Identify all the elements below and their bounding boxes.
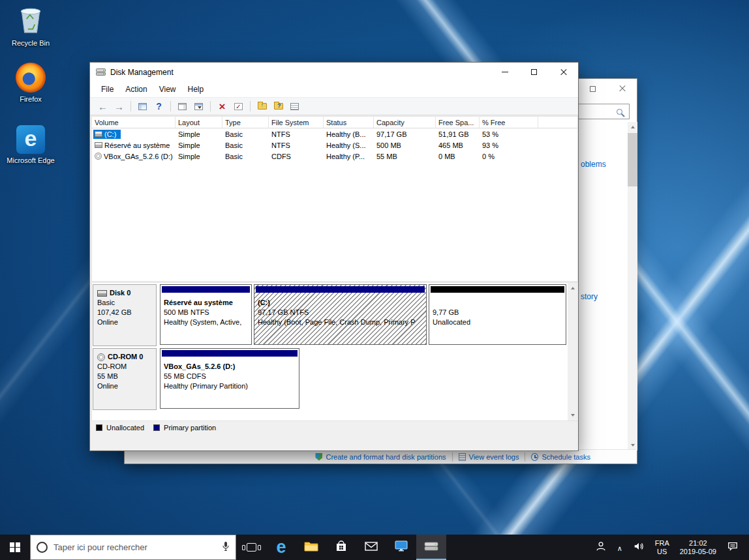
toolbar-separator <box>130 101 131 111</box>
column-header-free-space[interactable]: Free Spa... <box>436 117 480 128</box>
taskbar-computer-window-button[interactable] <box>386 535 416 560</box>
type-cell[interactable]: Basic <box>222 151 269 162</box>
menu-help[interactable]: Help <box>182 83 210 96</box>
toolbar-folder-up-button[interactable] <box>254 99 269 113</box>
partition-c-drive-selected[interactable]: (C:) 97,17 GB NTFS Healthy (Boot, Page F… <box>254 284 427 345</box>
desktop-icon-microsoft-edge[interactable]: Microsoft Edge <box>5 125 56 165</box>
toolbar-mark-active-button[interactable] <box>231 99 246 113</box>
column-header-filesystem[interactable]: File System <box>269 117 324 128</box>
capacity-cell[interactable]: 500 MB <box>374 140 436 151</box>
status-cell[interactable]: Healthy (B... <box>324 128 374 140</box>
partition-unallocated[interactable]: 9,77 GB Unallocated <box>429 284 566 345</box>
taskbar-edge-button[interactable] <box>266 535 296 560</box>
column-header-layout[interactable]: Layout <box>176 117 222 128</box>
menu-action[interactable]: Action <box>119 83 153 96</box>
taskbar-disk-management-button[interactable] <box>416 535 446 560</box>
toolbar-action-pane-button[interactable] <box>191 99 206 113</box>
minimize-icon <box>502 72 508 72</box>
legend-label: Unallocated <box>106 424 144 432</box>
link-fragment-history[interactable]: story <box>581 292 598 301</box>
disk-partition-shield-icon <box>315 453 322 461</box>
capacity-cell[interactable]: 55 MB <box>374 151 436 162</box>
toolbar-console-tree-button[interactable] <box>135 99 150 113</box>
toolbar-folder-help-button[interactable] <box>271 99 286 113</box>
scrollbar-thumb[interactable] <box>628 133 637 186</box>
volume-cell[interactable]: (C:) <box>92 128 176 140</box>
taskbar-file-explorer-button[interactable] <box>296 535 326 560</box>
toolbar-back-button[interactable] <box>95 99 110 113</box>
cdrom0-track: VBox_GAs_5.2.6 (D:) 55 MB CDFS Healthy (… <box>159 348 567 410</box>
type-cell[interactable]: Basic <box>222 140 269 151</box>
table-row-vbox-cd[interactable]: VBox_GAs_5.2.6 (D:) Simple Basic CDFS He… <box>92 151 577 162</box>
toolbar-help-button[interactable] <box>151 99 166 113</box>
scrollbar-down-button[interactable] <box>568 410 578 420</box>
clock[interactable]: 21:02 2019-05-09 <box>675 535 722 560</box>
microphone-icon[interactable] <box>222 541 230 554</box>
dm-maximize-button[interactable] <box>519 63 549 81</box>
volume-button[interactable] <box>628 535 650 560</box>
volume-cell[interactable]: Réservé au système <box>92 140 176 151</box>
table-row-system-reserved[interactable]: Réservé au système Simple Basic NTFS Hea… <box>92 140 577 151</box>
bg-close-button[interactable] <box>607 79 637 98</box>
status-cell[interactable]: Healthy (P... <box>324 151 374 162</box>
toolbar-delete-volume-button[interactable] <box>215 99 230 113</box>
free-space-cell[interactable]: 51,91 GB <box>436 128 480 140</box>
desktop-icon-recycle-bin[interactable]: Recycle Bin <box>5 4 56 48</box>
free-space-cell[interactable]: 0 MB <box>436 151 480 162</box>
column-header-type[interactable]: Type <box>222 117 269 128</box>
column-header-volume[interactable]: Volume <box>92 117 176 128</box>
column-header-pct-free[interactable]: % Free <box>480 117 538 128</box>
pct-free-cell[interactable]: 53 % <box>480 128 538 140</box>
toolbar-details-view-button[interactable] <box>175 99 190 113</box>
forward-icon <box>114 101 124 112</box>
capacity-cell[interactable]: 97,17 GB <box>374 128 436 140</box>
desktop-icon-firefox[interactable]: Firefox <box>5 63 56 104</box>
bg-scrollbar[interactable] <box>628 122 637 450</box>
disk-pane-scrollbar[interactable] <box>568 283 578 420</box>
disk0-label[interactable]: Disk 0 Basic 107,42 GB Online <box>93 284 157 346</box>
toolbar-forward-button[interactable] <box>112 99 127 113</box>
tray-overflow-button[interactable] <box>612 535 628 560</box>
partition-system-reserved[interactable]: Réservé au système 500 MB NTFS Healthy (… <box>160 284 252 345</box>
bg-maximize-button[interactable] <box>578 79 607 98</box>
disk-kind: Basic <box>97 298 152 308</box>
action-center-button[interactable] <box>722 535 744 560</box>
scrollbar-up-button[interactable] <box>628 122 637 132</box>
taskbar-search-input[interactable] <box>54 542 216 552</box>
free-space-cell[interactable]: 465 MB <box>436 140 480 151</box>
taskbar-search-box[interactable] <box>30 535 236 560</box>
table-row-c-drive[interactable]: (C:) Simple Basic NTFS Healthy (B... 97,… <box>92 128 577 140</box>
type-cell[interactable]: Basic <box>222 128 269 140</box>
pct-free-cell[interactable]: 0 % <box>480 151 538 162</box>
dm-minimize-button[interactable] <box>490 63 519 81</box>
layout-cell[interactable]: Simple <box>176 151 222 162</box>
layout-cell[interactable]: Simple <box>176 128 222 140</box>
language-indicator[interactable]: FRA US <box>650 535 675 560</box>
scrollbar-up-button[interactable] <box>568 283 578 293</box>
menu-file[interactable]: File <box>95 83 119 96</box>
link-view-event-logs[interactable]: View event logs <box>459 453 519 461</box>
toolbar-list-button[interactable] <box>287 99 302 113</box>
filesystem-cell[interactable]: CDFS <box>269 151 324 162</box>
start-button[interactable] <box>0 535 30 560</box>
column-header-capacity[interactable]: Capacity <box>374 117 436 128</box>
selected-volume[interactable]: (C:) <box>93 130 121 139</box>
cdrom0-label[interactable]: CD-ROM 0 CD-ROM 55 MB Online <box>93 348 157 410</box>
pct-free-cell[interactable]: 93 % <box>480 140 538 151</box>
link-schedule-tasks[interactable]: Schedule tasks <box>531 453 590 461</box>
people-button[interactable] <box>590 535 612 560</box>
filesystem-cell[interactable]: NTFS <box>269 140 324 151</box>
dm-close-button[interactable] <box>549 63 578 81</box>
task-view-button[interactable] <box>236 535 266 560</box>
partition-vbox-cd[interactable]: VBox_GAs_5.2.6 (D:) 55 MB CDFS Healthy (… <box>160 348 299 409</box>
filesystem-cell[interactable]: NTFS <box>269 128 324 140</box>
volume-cell[interactable]: VBox_GAs_5.2.6 (D:) <box>92 151 176 162</box>
menu-view[interactable]: View <box>153 83 182 96</box>
layout-cell[interactable]: Simple <box>176 140 222 151</box>
taskbar-store-button[interactable] <box>326 535 356 560</box>
status-cell[interactable]: Healthy (S... <box>324 140 374 151</box>
link-create-format-partitions[interactable]: Create and format hard disk partitions <box>315 453 446 461</box>
taskbar-mail-button[interactable] <box>356 535 386 560</box>
link-fragment-problems[interactable]: oblems <box>581 160 606 169</box>
column-header-status[interactable]: Status <box>324 117 374 128</box>
